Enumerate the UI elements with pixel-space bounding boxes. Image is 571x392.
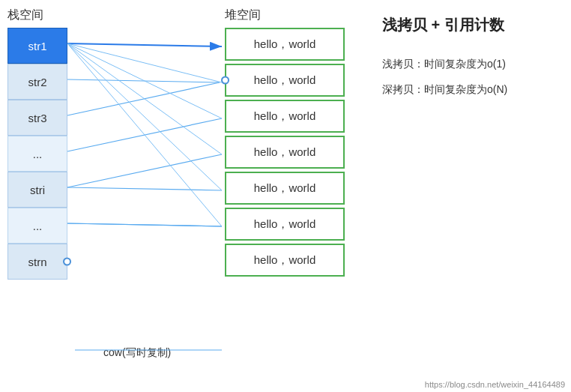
heap-item-1: hello，world [225, 28, 345, 61]
arrow-stri-h4 [67, 154, 222, 187]
stack-item-stri: stri [7, 172, 67, 208]
heap-item-2: hello，world [225, 64, 345, 97]
stack-section: 栈空间 str1 str2 str3 ... stri ... strn [7, 7, 67, 280]
fan-h5 [67, 43, 222, 190]
shallow-copy-label: 浅拷贝：时间复杂度为o(1) [382, 58, 507, 71]
info-section: 浅拷贝 + 引用计数 浅拷贝：时间复杂度为o(1) 深拷贝：时间复杂度为o(N) [382, 15, 507, 109]
strn-circle [63, 258, 71, 266]
arrow-ell2-h5 [67, 223, 222, 226]
heap-item-7: hello，world [225, 244, 345, 277]
h2-circle [221, 76, 229, 85]
arrow-ell1-h3 [67, 118, 222, 151]
heap-item-3: hello，world [225, 100, 345, 133]
fan-h4 [67, 43, 222, 154]
arrow-str3-h2 [67, 82, 220, 115]
heap-section: 堆空间 hello，world hello，world hello，world … [225, 7, 345, 277]
stack-item-ellipsis1: ... [7, 136, 67, 172]
heap-item-4: hello，world [225, 136, 345, 169]
stack-items: str1 str2 str3 ... stri ... strn [7, 28, 67, 280]
heap-item-6: hello，world [225, 208, 345, 241]
heap-label: 堆空间 [225, 7, 345, 23]
diagram-container: 栈空间 str1 str2 str3 ... stri ... strn [0, 0, 571, 392]
cow-label: cow(写时复制) [103, 346, 171, 360]
stack-item-str3: str3 [7, 100, 67, 136]
watermark: https://blog.csdn.net/weixin_44164489 [425, 380, 565, 389]
arrow-str2-h2 [67, 79, 220, 82]
stack-label: 栈空间 [7, 7, 67, 23]
fan-h3 [67, 43, 222, 118]
fan-h2 [67, 43, 222, 82]
stack-item-str1: str1 [7, 28, 67, 64]
heap-items: hello，world hello，world hello，world hell… [225, 28, 345, 277]
heap-item-5: hello，world [225, 172, 345, 205]
arrow-ell2-h6 [67, 223, 222, 226]
deep-copy-label: 深拷贝：时间复杂度为o(N) [382, 83, 507, 97]
arrow-str1-h1 [67, 43, 222, 46]
arrow-stri-h5 [67, 187, 222, 190]
stack-item-ellipsis2: ... [7, 208, 67, 244]
stack-item-strn: strn [7, 244, 67, 280]
info-title: 浅拷贝 + 引用计数 [382, 15, 507, 35]
stack-item-str2: str2 [7, 64, 67, 100]
fan-h6 [67, 43, 222, 226]
